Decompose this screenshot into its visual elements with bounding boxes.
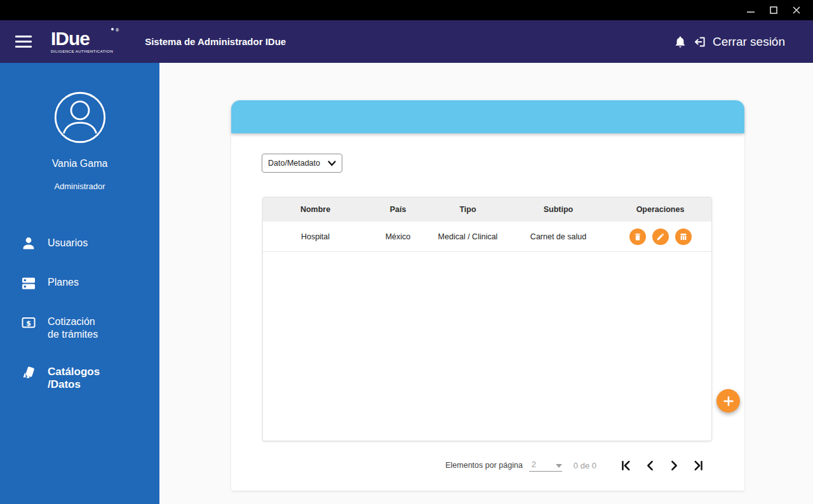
delete-icon [633,232,642,241]
cell-tipo: Medical / Clinical [428,232,507,241]
dropdown-arrow-icon [556,464,562,468]
sidebar-item-label: Cotización [48,315,98,328]
page-title: Sistema de Administrador IDue [145,36,286,47]
registered-mark: ® [116,28,118,32]
cell-subtipo: Carnet de salud [507,232,609,241]
sidebar-item-label-line2: de trámites [48,328,98,341]
paginator: Elementos por página 2 0 de 0 [445,456,705,475]
user-name: Vania Gama [52,158,108,169]
minimize-icon [747,6,755,14]
delete-button[interactable] [629,229,646,245]
quote-currency-icon: $ [21,315,36,330]
cell-nombre: Hospital [263,232,368,241]
page-size-value: 2 [532,460,556,469]
plus-icon [722,395,735,408]
add-item-fab[interactable] [716,389,740,413]
table-header-row: Nombre País Tipo Subtipo Operaciones [263,197,711,222]
next-page-button[interactable] [668,459,681,472]
menu-toggle-button[interactable] [15,36,32,48]
logo-text: IDue [51,28,90,49]
sidebar-item-usuarios[interactable]: Usuarios [0,228,159,260]
catalog-card: Dato/Metadato Nombre País Tipo Subtipo O… [231,100,744,491]
chevron-right-icon [668,459,681,472]
main-content: Dato/Metadato Nombre País Tipo Subtipo O… [159,63,813,504]
card-header-bar [231,100,744,133]
table-icon [679,232,688,241]
logout-label: Cerrar sesión [713,35,785,49]
close-button[interactable] [788,2,805,18]
catalogs-icon [21,365,36,380]
plans-icon [21,275,36,291]
sidebar: Vania Gama Administrador Usuarios [0,63,159,504]
type-select-value: Dato/Metadato [268,159,328,168]
cell-operaciones [609,229,711,245]
app-logo[interactable]: IDue® DILIGENCE AUTHENTICATION [51,29,113,53]
page-size-label: Elementos por página [445,461,523,470]
sidebar-item-label-line2: /Datos [48,378,100,391]
col-header-tipo: Tipo [428,205,507,214]
minimize-button[interactable] [742,2,760,18]
previous-page-button[interactable] [643,459,657,472]
last-page-button[interactable] [692,459,705,472]
edit-icon [656,232,665,241]
first-page-icon [619,459,633,472]
avatar [53,91,107,144]
view-table-button[interactable] [675,229,692,245]
logo-subtitle: DILIGENCE AUTHENTICATION [51,50,113,53]
sidebar-nav: Usuarios Planes $ [0,228,159,400]
sidebar-item-planes[interactable]: Planes [0,267,159,300]
app-header: IDue® DILIGENCE AUTHENTICATION Sistema d… [0,20,813,63]
close-icon [793,6,800,14]
col-header-operaciones: Operaciones [609,205,711,214]
maximize-button[interactable] [765,2,783,18]
hamburger-icon [15,36,32,37]
svg-text:$: $ [26,319,31,328]
type-select-dropdown[interactable]: Dato/Metadato [262,154,342,173]
sidebar-item-label: Catálogos [48,366,100,378]
col-header-nombre: Nombre [263,205,368,214]
notifications-bell-icon[interactable] [674,35,687,49]
os-title-bar [0,0,813,20]
data-table: Nombre País Tipo Subtipo Operaciones Hos… [262,197,712,441]
chevron-down-icon [328,161,336,166]
edit-button[interactable] [652,229,669,245]
col-header-pais: País [368,205,428,214]
table-row: Hospital México Medical / Clinical Carne… [263,222,711,252]
logo-accent-dot [111,28,114,30]
page-range: 0 de 0 [574,461,596,470]
maximize-icon [770,6,777,14]
person-icon [21,236,36,251]
cell-pais: México [368,232,428,241]
chevron-left-icon [643,459,657,472]
page-size-select[interactable]: 2 [529,460,562,472]
sidebar-item-catalogos[interactable]: Catálogos /Datos [0,357,159,400]
first-page-button[interactable] [619,459,633,472]
logout-icon [693,35,707,49]
sidebar-item-cotizacion[interactable]: $ Cotización de trámites [0,307,159,350]
user-role: Administrador [54,182,105,191]
sidebar-item-label: Usuarios [48,237,88,249]
col-header-subtipo: Subtipo [507,205,609,214]
sidebar-item-label: Planes [48,276,79,289]
logout-button[interactable]: Cerrar sesión [693,35,785,49]
last-page-icon [692,459,705,472]
